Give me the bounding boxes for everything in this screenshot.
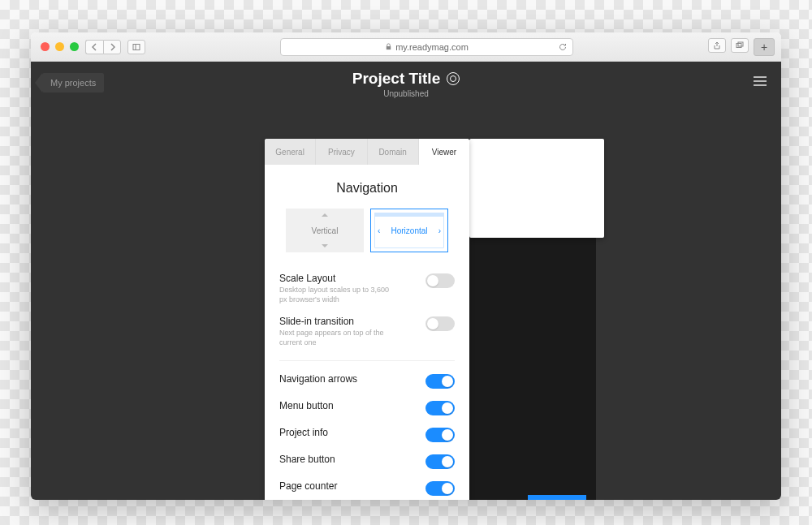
tab-general[interactable]: General (265, 139, 316, 165)
option-label: Scale Layout (279, 273, 393, 284)
address-text: my.readymag.com (395, 42, 469, 52)
option-label: Project info (279, 427, 328, 438)
option-label: Page counter (279, 480, 337, 492)
minimize-window-icon[interactable] (55, 42, 64, 51)
chevron-left-icon: ‹ (378, 226, 380, 235)
gear-icon[interactable] (447, 72, 460, 85)
nav-buttons (85, 40, 121, 54)
toggle-scale-layout[interactable] (425, 273, 455, 288)
reload-icon[interactable] (558, 42, 568, 52)
nav-mode-selector: Vertical ‹ Horizontal › (279, 209, 455, 252)
close-window-icon[interactable] (41, 42, 50, 51)
sidebar-button[interactable] (127, 40, 145, 54)
tab-privacy[interactable]: Privacy (316, 139, 367, 165)
forward-button[interactable] (103, 40, 121, 54)
address-bar[interactable]: my.readymag.com (280, 38, 573, 56)
toggle-share-button[interactable] (425, 454, 455, 469)
app-content: My projects Project Title Unpublished Ge… (31, 62, 781, 500)
tabs-button[interactable] (731, 38, 749, 53)
svg-rect-4 (738, 42, 743, 46)
option-desc: Next page appears on top of the current … (279, 329, 393, 347)
page-preview-card[interactable] (469, 139, 604, 238)
chrome-right-tools: + (708, 38, 775, 56)
svg-rect-0 (133, 44, 140, 49)
option-nav-arrows: Navigation arrows (279, 368, 455, 394)
hamburger-menu-icon[interactable] (754, 76, 767, 86)
preview-bottom-accent (528, 495, 586, 500)
option-label: Share button (279, 454, 335, 465)
toggle-page-counter[interactable] (425, 481, 455, 496)
nav-mode-vertical[interactable]: Vertical (286, 209, 364, 252)
maximize-window-icon[interactable] (70, 42, 79, 51)
option-scale-layout: Scale Layout Desktop layout scales up to… (279, 267, 455, 310)
traffic-lights (41, 42, 79, 51)
option-project-info: Project info (279, 421, 455, 448)
browser-chrome: my.readymag.com + (31, 32, 781, 62)
option-slide-in: Slide-in transition Next page appears on… (279, 310, 455, 353)
toggle-nav-arrows[interactable] (425, 374, 455, 389)
section-title: Navigation (279, 181, 455, 196)
option-label: Menu button (279, 400, 334, 411)
tab-domain[interactable]: Domain (368, 139, 419, 165)
option-page-counter: Page counter (279, 475, 455, 500)
svg-rect-3 (736, 43, 741, 47)
settings-panel: General Privacy Domain Viewer Navigation… (265, 139, 469, 500)
back-button[interactable] (85, 40, 103, 54)
project-title-block: Project Title Unpublished (31, 70, 781, 98)
svg-rect-2 (387, 46, 391, 49)
nav-mode-horizontal[interactable]: ‹ Horizontal › (370, 209, 448, 252)
option-label: Navigation arrows (279, 373, 357, 385)
toggle-project-info[interactable] (425, 428, 455, 442)
option-label: Slide-in transition (279, 316, 393, 327)
lock-icon (385, 43, 392, 50)
project-title: Project Title (352, 70, 440, 88)
option-desc: Desktop layout scales up to 3,600 px bro… (279, 286, 393, 304)
settings-tabs: General Privacy Domain Viewer (265, 139, 469, 165)
toggle-slide-in[interactable] (425, 316, 455, 331)
divider (279, 360, 455, 361)
share-button-chrome[interactable] (708, 38, 726, 53)
option-menu-button: Menu button (279, 394, 455, 421)
toggle-menu-button[interactable] (425, 401, 455, 415)
tab-viewer[interactable]: Viewer (419, 139, 469, 165)
browser-window: my.readymag.com + My projects Project Ti… (31, 32, 781, 500)
chevron-right-icon: › (438, 226, 441, 235)
project-status: Unpublished (31, 89, 781, 98)
option-share-button: Share button (279, 448, 455, 475)
page-frame: my.readymag.com + My projects Project Ti… (0, 0, 812, 525)
new-tab-button[interactable]: + (754, 38, 775, 56)
panel-body: Navigation Vertical ‹ Horizontal › (265, 165, 469, 500)
